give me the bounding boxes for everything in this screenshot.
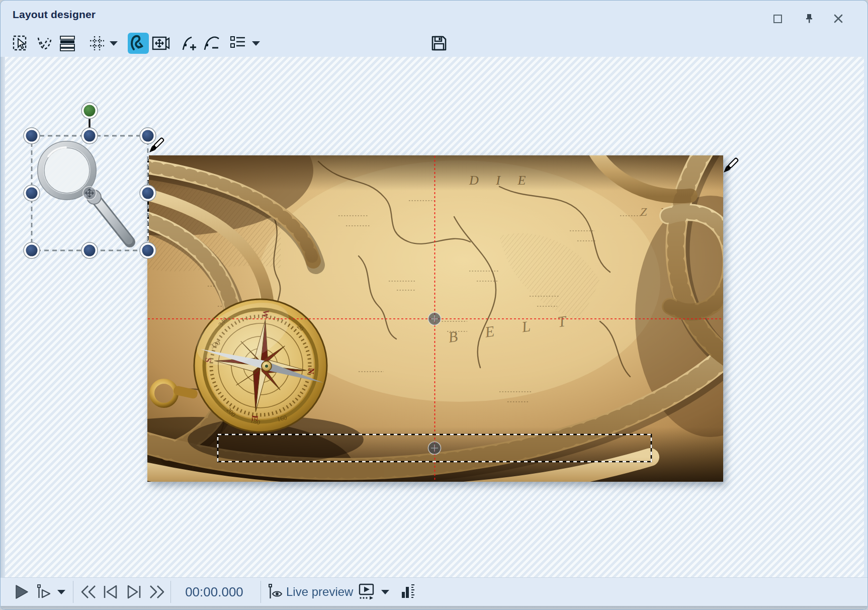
triangle-bar-right-icon: [126, 584, 142, 599]
preview-quality-button[interactable]: [399, 582, 417, 602]
svg-text:E: E: [249, 415, 259, 421]
selection-center-anchor[interactable]: [83, 187, 96, 200]
window-title: Layout designer: [13, 9, 96, 21]
pan-frame-icon: [152, 35, 170, 51]
resize-handle-w[interactable]: [24, 185, 40, 201]
pin-button[interactable]: [802, 12, 816, 26]
curve-minus-icon: [203, 35, 220, 52]
skip-to-end-button[interactable]: [147, 582, 166, 602]
object-list-tool[interactable]: [229, 33, 247, 54]
live-preview-label: Live preview: [286, 585, 353, 599]
pin-play-icon: [36, 584, 52, 600]
caret-down-icon: [252, 41, 260, 46]
bar-triangle-left-icon: [102, 584, 118, 599]
close-x-icon: [833, 14, 843, 24]
text-box-handle[interactable]: [428, 442, 441, 455]
window-bottom-edge: [1, 606, 867, 610]
transport-separator: [261, 581, 261, 603]
resize-handle-sw[interactable]: [24, 242, 40, 258]
step-forward-button[interactable]: [125, 582, 143, 602]
layout-designer-window: Layout designer: [0, 0, 868, 610]
curve-tool[interactable]: [36, 33, 54, 54]
list-icon: [230, 35, 246, 51]
select-tool[interactable]: [12, 33, 30, 54]
time-display: 00:00.000: [174, 584, 254, 600]
resize-handle-se[interactable]: [140, 242, 156, 258]
grid-icon: [89, 35, 105, 51]
close-button[interactable]: [831, 12, 845, 26]
canvas-left-gutter: [1, 57, 5, 577]
play-options-button[interactable]: [55, 582, 68, 602]
dashed-selection-arrow-icon: [13, 35, 29, 52]
svg-text:D I E: D I E: [469, 173, 533, 188]
window-play-icon: [358, 583, 376, 600]
stacked-bars-icon: [59, 35, 75, 51]
add-curve-point-tool[interactable]: [181, 33, 200, 54]
save-time-mark-button[interactable]: [429, 33, 449, 54]
play-triangle-icon: [14, 584, 29, 599]
transport-separator: [73, 581, 73, 603]
live-preview-toggle[interactable]: [267, 582, 285, 602]
preview-window-button[interactable]: [357, 582, 377, 602]
transport-bar: 00:00.000 Live preview: [1, 577, 867, 606]
designer-toolbar: Time mark: s: [1, 30, 867, 57]
double-chevron-left-icon: [80, 584, 97, 599]
maximize-button[interactable]: [770, 12, 785, 26]
bars-ruler-icon: [400, 583, 415, 600]
caret-down-icon: [381, 590, 389, 594]
preview-options-button[interactable]: [379, 582, 392, 602]
resize-handle-n[interactable]: [81, 128, 98, 144]
maximize-square-icon: [773, 15, 782, 23]
caret-down-icon: [57, 590, 65, 594]
skip-to-start-button[interactable]: [79, 582, 98, 602]
grid-options-button[interactable]: [108, 33, 120, 54]
layers-tool[interactable]: [58, 33, 77, 54]
caret-down-icon: [110, 41, 118, 46]
resize-handle-nw[interactable]: [24, 128, 40, 144]
resize-handle-ne[interactable]: [140, 128, 156, 144]
map-center-handle[interactable]: [428, 313, 441, 325]
play-button[interactable]: [13, 582, 31, 602]
dashed-curve-icon: [36, 35, 53, 51]
draw-path-tool[interactable]: [128, 33, 149, 54]
image-section-tool[interactable]: [151, 33, 170, 54]
curve-plus-icon: [182, 35, 199, 52]
remove-curve-point-tool[interactable]: [202, 33, 221, 54]
resize-handle-e[interactable]: [140, 185, 156, 201]
play-from-marker-button[interactable]: [35, 582, 53, 602]
rotate-handle[interactable]: [81, 103, 98, 119]
resize-handle-s[interactable]: [81, 242, 98, 258]
floppy-disk-icon: [431, 35, 447, 51]
double-chevron-right-icon: [148, 584, 165, 599]
title-bar: Layout designer: [1, 1, 867, 30]
pushpin-icon: [805, 14, 813, 24]
grid-tool[interactable]: [88, 33, 106, 54]
pin-eye-icon: [268, 583, 285, 600]
step-back-button[interactable]: [101, 582, 119, 602]
list-options-button[interactable]: [250, 33, 262, 54]
s-curve-arrow-icon: [130, 34, 147, 53]
transport-separator: [170, 581, 171, 603]
